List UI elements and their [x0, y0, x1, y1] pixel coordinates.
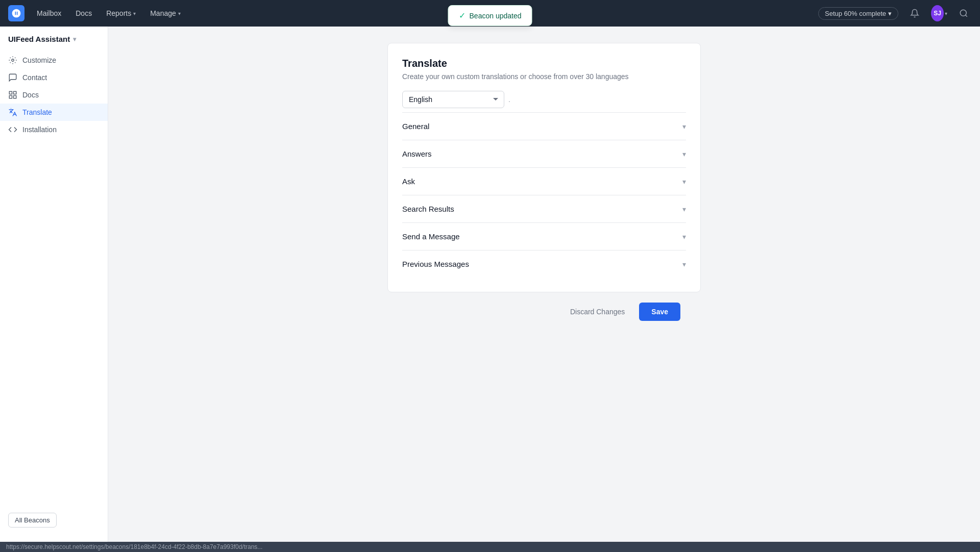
toast-message: Beacon updated [470, 12, 522, 20]
toast-notification: ✓ Beacon updated [448, 5, 532, 26]
account-button[interactable]: SJ ▾ [931, 5, 947, 21]
topnav-right: Setup 60% complete ▾ SJ ▾ [818, 5, 972, 21]
bottom-actions: Discard Changes Save [387, 292, 701, 331]
manage-chevron-icon: ▾ [178, 11, 181, 16]
content-area: Translate Create your own custom transla… [108, 27, 980, 542]
accordion-general-chevron-icon: ▾ [682, 122, 686, 131]
accordion-send-message-title: Send a Message [402, 232, 460, 241]
sidebar-item-translate[interactable]: Translate [0, 104, 108, 121]
accordion-ask: Ask ▾ [402, 168, 686, 195]
svg-line-1 [965, 15, 967, 16]
toast-check-icon: ✓ [459, 11, 465, 20]
svg-point-0 [960, 10, 966, 16]
notifications-button[interactable] [906, 5, 923, 21]
sidebar-item-contact[interactable]: Contact [0, 69, 108, 86]
accordion-send-message-header[interactable]: Send a Message ▾ [402, 223, 686, 250]
page-subtitle: Create your own custom translations or c… [402, 72, 686, 81]
sidebar-item-customize[interactable]: Customize [0, 52, 108, 69]
language-selector-row: English Spanish French German Portuguese… [402, 91, 686, 108]
svg-rect-4 [14, 91, 16, 94]
accordion-ask-title: Ask [402, 177, 415, 186]
accordion-ask-header[interactable]: Ask ▾ [402, 168, 686, 195]
accordion-search-results: Search Results ▾ [402, 195, 686, 223]
language-separator: . [508, 95, 510, 104]
nav-reports[interactable]: Reports ▾ [100, 6, 142, 20]
accordion-previous-messages-title: Previous Messages [402, 260, 469, 268]
translate-form-card: Translate Create your own custom transla… [387, 43, 701, 292]
nav-mailbox[interactable]: Mailbox [31, 6, 67, 20]
main-layout: UIFeed Assistant ▾ Customize Contact D [0, 27, 980, 542]
page-title: Translate [402, 58, 686, 69]
accordion-previous-messages-header[interactable]: Previous Messages ▾ [402, 250, 686, 278]
user-avatar[interactable]: SJ [931, 5, 944, 21]
accordion-answers-chevron-icon: ▾ [682, 150, 686, 158]
all-beacons-button[interactable]: All Beacons [8, 513, 57, 528]
app-logo[interactable] [8, 5, 24, 21]
reports-chevron-icon: ▾ [133, 11, 136, 16]
accordion-send-message: Send a Message ▾ [402, 223, 686, 250]
sidebar-footer: All Beacons [0, 507, 108, 534]
save-button[interactable]: Save [639, 303, 680, 321]
search-button[interactable] [955, 5, 972, 21]
accordion-answers-title: Answers [402, 149, 432, 158]
sidebar: UIFeed Assistant ▾ Customize Contact D [0, 27, 108, 542]
accordion-previous-messages-chevron-icon: ▾ [682, 260, 686, 268]
accordion-answers: Answers ▾ [402, 140, 686, 168]
sidebar-item-docs[interactable]: Docs [0, 86, 108, 104]
accordion-search-results-header[interactable]: Search Results ▾ [402, 195, 686, 222]
accordion-answers-header[interactable]: Answers ▾ [402, 140, 686, 167]
sidebar-item-installation[interactable]: Installation [0, 121, 108, 138]
accordion-search-results-chevron-icon: ▾ [682, 205, 686, 213]
language-select[interactable]: English Spanish French German Portuguese… [402, 91, 504, 108]
accordion-previous-messages: Previous Messages ▾ [402, 250, 686, 278]
accordion-general: General ▾ [402, 113, 686, 140]
accordion-general-title: General [402, 122, 429, 131]
sidebar-app-title[interactable]: UIFeed Assistant ▾ [0, 35, 108, 52]
accordion-ask-chevron-icon: ▾ [682, 178, 686, 186]
sidebar-title-chevron-icon: ▾ [73, 36, 76, 43]
accordion-send-message-chevron-icon: ▾ [682, 233, 686, 241]
accordion-search-results-title: Search Results [402, 205, 454, 213]
discard-changes-button[interactable]: Discard Changes [564, 304, 631, 320]
nav-docs[interactable]: Docs [69, 6, 98, 20]
setup-chevron-icon: ▾ [888, 10, 892, 17]
accordion-general-header[interactable]: General ▾ [402, 113, 686, 140]
svg-point-2 [12, 59, 14, 62]
translate-card: Translate Create your own custom transla… [387, 43, 701, 331]
svg-rect-6 [14, 96, 16, 98]
status-bar: https://secure.helpscout.net/settings/be… [0, 542, 980, 552]
svg-rect-5 [9, 96, 12, 98]
setup-progress[interactable]: Setup 60% complete ▾ [818, 7, 898, 20]
status-url: https://secure.helpscout.net/settings/be… [6, 543, 262, 550]
nav-manage[interactable]: Manage ▾ [144, 6, 187, 20]
account-chevron-icon: ▾ [945, 11, 947, 16]
svg-rect-3 [9, 91, 12, 94]
top-nav: Mailbox Docs Reports ▾ Manage ▾ ✓ Beacon… [0, 0, 980, 27]
